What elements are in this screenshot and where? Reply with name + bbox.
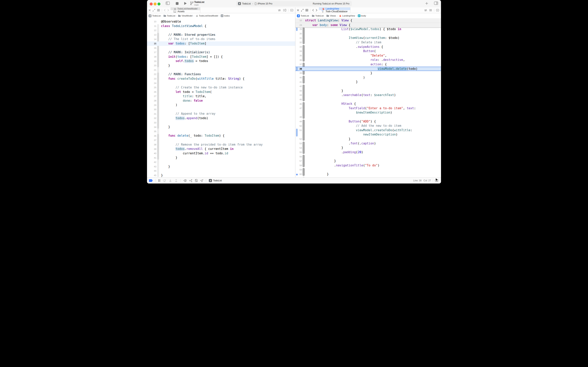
code-line-39[interactable]: 39 todos.removeAll { currentItem in — [147, 147, 295, 151]
line-number[interactable]: 40 — [147, 152, 156, 155]
code-text[interactable]: var body: some View { — [305, 23, 350, 27]
debug-memory-graph-button[interactable] — [189, 179, 192, 182]
breadcrumb-item-TodoList[interactable]: TodoList — [312, 15, 324, 17]
line-number[interactable]: 27 — [147, 95, 156, 97]
breadcrumb-item-LandingView[interactable]: LandingView — [338, 14, 355, 17]
running-app-label[interactable]: TodoList — [213, 179, 222, 182]
source-change-bar[interactable] — [296, 28, 297, 31]
debug-view-hierarchy-button[interactable] — [183, 179, 186, 182]
line-number[interactable]: 12 — [147, 29, 156, 32]
code-text[interactable]: self.todos = todos — [161, 59, 208, 63]
code-line-29[interactable]: 29 ) — [147, 103, 295, 107]
line-number[interactable]: 59 — [295, 168, 302, 171]
tab-Todo-CloudDatabase[interactable]: +-Todo-CloudDatabase — [319, 10, 350, 13]
line-number[interactable]: 25 — [147, 86, 156, 89]
code-line-26[interactable]: 26 let todo = TodoItem( — [147, 90, 295, 94]
line-number[interactable]: 31 — [147, 113, 156, 115]
code-text[interactable]: var todos: [TodoItem] — [161, 42, 206, 46]
code-text[interactable]: currentItem.id == todo.id — [161, 151, 228, 156]
editor-grid-icon[interactable] — [305, 9, 308, 11]
jump-bar-left[interactable]: ATodoList›TodoList›ViewModel›TodoListVie… — [147, 13, 295, 18]
code-line-10[interactable]: 10struct LandingView: View { — [295, 18, 441, 23]
code-line-30[interactable]: 30 — [147, 107, 295, 112]
jump-bar-right[interactable]: ATodoList›TodoList›Views›LandingView›Pbo… — [295, 13, 441, 18]
line-number[interactable]: 41 — [295, 81, 302, 83]
code-text[interactable]: title: title, — [161, 94, 206, 99]
line-number[interactable]: 30 — [295, 33, 302, 35]
stop-button[interactable] — [176, 2, 178, 5]
close-editor-icon[interactable] — [149, 9, 151, 11]
code-review-icon[interactable] — [424, 9, 427, 11]
run-button[interactable] — [184, 2, 187, 5]
code-text[interactable]: struct LandingView: View { — [305, 18, 352, 23]
code-text[interactable]: .searchable(text: $searchText) — [305, 93, 396, 97]
code-line-27[interactable]: 27 title: title, — [147, 94, 295, 99]
step-over-button[interactable] — [163, 179, 166, 182]
code-text[interactable]: ItemView(currentItem: $todo) — [305, 36, 399, 40]
code-line-45[interactable]: 45} — [147, 173, 295, 177]
toggle-inspector-sidebar-button[interactable] — [434, 1, 438, 5]
code-text[interactable]: } — [161, 165, 170, 169]
code-line-38[interactable]: 38 viewModel.delete(todo) — [295, 67, 441, 71]
code-line-18[interactable]: 18 init(todos: [TodoItem] = []) { — [147, 55, 295, 59]
code-text[interactable]: ) — [161, 103, 177, 107]
line-number[interactable]: 40 — [295, 76, 302, 79]
tab-Assets[interactable]: Assets — [170, 10, 200, 13]
code-line-44[interactable]: 44 .searchable(text: $searchText) — [295, 93, 441, 97]
code-line-42[interactable]: 42 — [147, 160, 295, 165]
line-number[interactable]: 34 — [147, 126, 156, 128]
code-line-10[interactable]: 10@Observable — [147, 19, 295, 24]
focus-editor-icon[interactable] — [301, 9, 303, 11]
code-line-50[interactable]: 50 // Add the new to-do item — [295, 124, 441, 128]
line-number[interactable]: 23 — [147, 78, 156, 80]
code-line-13[interactable]: 13 // MARK: Stored properties — [147, 33, 295, 37]
add-editor-icon[interactable] — [290, 9, 293, 11]
line-number[interactable]: 37 — [147, 139, 156, 141]
back-chevron-icon[interactable] — [164, 9, 166, 11]
code-text[interactable]: // Add the new to-do item — [305, 124, 401, 128]
code-text[interactable]: .padding(20) — [305, 150, 363, 155]
breakpoints-toggle-button[interactable] — [149, 179, 153, 182]
code-text[interactable]: func createToDo(withTitle title: String)… — [161, 77, 244, 81]
line-number[interactable]: 10 — [147, 20, 156, 23]
code-text[interactable]: } — [305, 89, 343, 93]
source-editor-right[interactable]: 29 List($viewModel.todos) { $todo in3031… — [295, 18, 441, 177]
line-number[interactable]: 45 — [295, 98, 302, 101]
code-line-32[interactable]: 32 // Delete item — [295, 40, 441, 45]
traffic-light-zoom-button[interactable] — [158, 2, 160, 5]
code-line-42[interactable]: 42 — [295, 84, 441, 89]
code-line-58[interactable]: 58 .navigationTitle("To do") — [295, 163, 441, 168]
focus-editor-icon[interactable] — [153, 9, 155, 11]
code-line-45[interactable]: 45 — [295, 97, 441, 102]
code-text[interactable]: } — [161, 173, 163, 177]
code-text[interactable]: newItemDescription) — [305, 132, 398, 137]
code-line-34[interactable]: 34 } — [147, 125, 295, 129]
source-change-bar[interactable] — [296, 67, 297, 71]
code-text[interactable]: } — [305, 71, 372, 75]
line-number[interactable]: 42 — [147, 161, 156, 163]
step-out-button[interactable] — [175, 179, 178, 182]
breadcrumb-item-TodoList[interactable]: ATodoList — [149, 14, 161, 17]
line-number[interactable]: 36 — [147, 135, 156, 137]
line-number[interactable]: 36 — [295, 59, 302, 61]
source-change-dot[interactable] — [296, 174, 298, 175]
source-change-bar[interactable] — [296, 129, 297, 136]
code-text[interactable]: // MARK: Initializer(s) — [161, 50, 210, 55]
code-text[interactable]: todos.removeAll { currentItem in — [161, 147, 234, 151]
code-text[interactable]: // Create the new to-do item instance — [161, 85, 243, 90]
line-number[interactable]: 52 — [295, 138, 302, 140]
code-line-wrap[interactable]: newItemDescription) — [295, 132, 441, 137]
code-text[interactable]: Button("ADD") { — [305, 119, 376, 124]
code-line-30[interactable]: 30 — [295, 32, 441, 36]
line-number[interactable]: 37 — [295, 63, 302, 66]
line-number[interactable]: 45 — [147, 174, 156, 176]
line-number[interactable]: 32 — [147, 117, 156, 119]
code-text[interactable]: } — [305, 146, 343, 150]
code-line-34[interactable]: 34 Button( — [295, 49, 441, 53]
line-number[interactable]: 35 — [147, 130, 156, 133]
forward-chevron-icon[interactable] — [168, 9, 169, 11]
code-line-51[interactable]: 51 viewModel.createToDo(withTitle: — [295, 128, 441, 133]
code-text[interactable]: viewModel.delete(todo) — [305, 67, 418, 71]
line-number[interactable]: 18 — [147, 56, 156, 58]
line-number[interactable]: 55 — [295, 151, 302, 153]
